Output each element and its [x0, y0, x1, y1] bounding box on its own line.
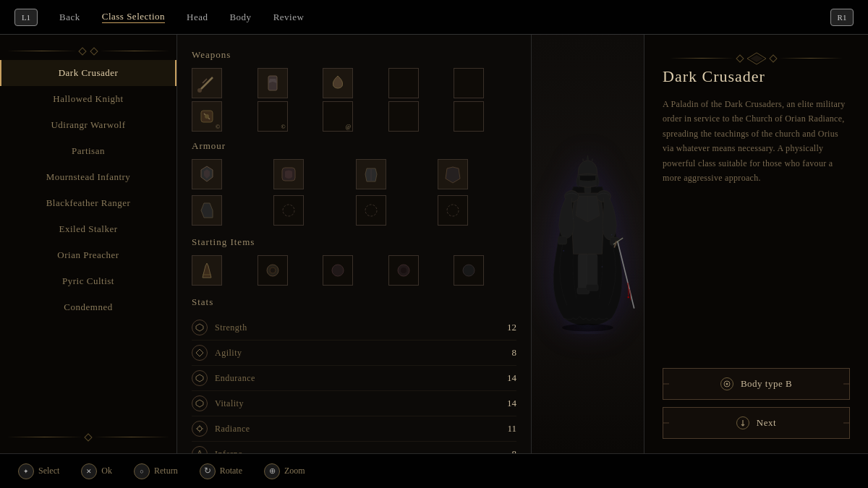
bottom-select: ✦ Select — [18, 463, 59, 479]
armour-slot-8[interactable] — [438, 195, 468, 226]
class-item-exiled-stalker[interactable]: Exiled Stalker — [0, 216, 176, 242]
zoom-icon: ⊕ — [264, 463, 280, 479]
starting-item-5[interactable] — [454, 255, 484, 286]
class-item-hallowed-knight[interactable]: Hallowed Knight — [0, 86, 176, 112]
svg-marker-21 — [196, 400, 203, 407]
action-buttons: Body type B Next — [663, 354, 850, 439]
svg-rect-35 — [558, 236, 566, 244]
strength-value: 12 — [502, 322, 516, 333]
endurance-icon — [192, 370, 208, 386]
class-item-mournstead-infantry[interactable]: Mournstead Infantry — [0, 164, 176, 190]
bottom-bar: ✦ Select ✕ Ok ○ Return ↻ Rotate ⊕ Zoom — [0, 453, 868, 488]
stat-row-inferno: Inferno 8 — [192, 442, 516, 453]
starting-items-grid — [192, 255, 516, 286]
weapon-slot-3[interactable] — [323, 68, 353, 98]
weapon-slot-8[interactable]: @ — [323, 101, 353, 132]
weapon-slot-4[interactable] — [388, 68, 419, 98]
info-panel: Dark Crusader A Paladin of the Dark Crus… — [644, 35, 868, 453]
class-item-partisan[interactable]: Partisan — [0, 138, 176, 164]
armour-slot-2[interactable] — [273, 159, 304, 189]
svg-point-6 — [205, 114, 209, 119]
stats-title: Stats — [192, 296, 516, 308]
svg-line-1 — [203, 79, 207, 83]
details-panel: Weapons — [177, 35, 532, 453]
weapon-slot-9[interactable] — [388, 101, 419, 132]
nav-head[interactable]: Head — [187, 12, 208, 23]
svg-point-22 — [197, 427, 202, 431]
weapons-row-2: © © @ — [192, 101, 516, 132]
inferno-icon — [192, 446, 208, 453]
armour-slot-7[interactable] — [356, 195, 386, 226]
agility-label: Agility — [215, 348, 502, 359]
stat-row-strength: Strength 12 — [192, 315, 516, 341]
armour-slot-4[interactable] — [438, 159, 468, 189]
class-item-dark-crusader[interactable]: Dark Crusader — [0, 60, 176, 86]
nav-review[interactable]: Review — [273, 12, 305, 23]
svg-point-14 — [270, 267, 276, 273]
class-description-text: A Paladin of the Dark Crusaders, an elit… — [663, 97, 850, 354]
class-item-pyric-cultist[interactable]: Pyric Cultist — [0, 268, 176, 294]
return-label: Return — [154, 466, 178, 476]
starting-item-4[interactable] — [388, 255, 419, 286]
bottom-rotate: ↻ Rotate — [200, 463, 242, 479]
bottom-ok: ✕ Ok — [81, 463, 112, 479]
svg-point-41 — [627, 296, 629, 298]
nav-back[interactable]: Back — [59, 12, 80, 23]
armour-slot-3[interactable] — [356, 159, 386, 189]
main-container: Dark Crusader Hallowed Knight Udirangr W… — [0, 35, 868, 453]
svg-rect-3 — [268, 76, 277, 90]
stat-row-agility: Agility 8 — [192, 341, 516, 366]
class-item-orian-preacher[interactable]: Orian Preacher — [0, 242, 176, 268]
rotate-icon: ↻ — [200, 463, 216, 479]
weapon-slot-7[interactable]: © — [258, 101, 288, 132]
armour-slot-6[interactable] — [273, 195, 304, 226]
weapon-slot-10[interactable] — [454, 101, 484, 132]
zoom-label: Zoom — [284, 466, 305, 476]
strength-label: Strength — [215, 322, 502, 333]
starting-item-2[interactable] — [258, 255, 288, 286]
armour-row-2 — [192, 195, 516, 226]
character-viewport — [532, 35, 644, 453]
starting-items-title: Starting Items — [192, 236, 516, 248]
weapon-slot-2[interactable] — [258, 68, 288, 98]
character-display — [532, 35, 644, 453]
armour-row-1 — [192, 159, 516, 189]
weapon-slot-6[interactable]: © — [192, 101, 222, 132]
next-button[interactable]: Next — [663, 407, 850, 439]
weapons-row-1 — [192, 68, 516, 98]
svg-point-11 — [447, 205, 459, 216]
starting-item-3[interactable] — [323, 255, 353, 286]
stat-row-radiance: Radiance 11 — [192, 416, 516, 442]
svg-point-46 — [573, 218, 574, 219]
bottom-return: ○ Return — [134, 463, 178, 479]
starting-item-1[interactable] — [192, 255, 222, 286]
class-item-udirangr-warwolf[interactable]: Udirangr Warwolf — [0, 112, 176, 138]
l1-button[interactable]: L1 — [14, 9, 38, 26]
weapon-slot-1[interactable] — [192, 68, 222, 98]
class-item-condemned[interactable]: Condemned — [0, 294, 176, 320]
svg-marker-19 — [196, 324, 203, 331]
nav-body[interactable]: Body — [229, 12, 251, 23]
r1-button[interactable]: R1 — [830, 9, 854, 26]
radiance-label: Radiance — [215, 424, 502, 435]
stats-section: Stats Strength 12 Agility 8 — [192, 296, 516, 453]
weapon-slot-5[interactable] — [454, 68, 484, 98]
body-type-button[interactable]: Body type B — [663, 368, 850, 400]
strength-icon — [192, 320, 208, 335]
armour-slot-5[interactable] — [192, 195, 222, 226]
svg-point-43 — [562, 323, 613, 331]
agility-value: 8 — [502, 347, 516, 359]
weapons-section: Weapons — [192, 49, 516, 132]
endurance-value: 14 — [502, 372, 516, 384]
armour-slot-1[interactable] — [192, 159, 222, 189]
next-icon — [736, 416, 749, 429]
weapons-title: Weapons — [192, 49, 516, 61]
class-item-blackfeather-ranger[interactable]: Blackfeather Ranger — [0, 190, 176, 216]
inferno-value: 8 — [502, 448, 516, 453]
svg-rect-30 — [587, 254, 597, 289]
vitality-label: Vitality — [215, 398, 502, 409]
stat-row-endurance: Endurance 14 — [192, 366, 516, 391]
starting-items-section: Starting Items — [192, 236, 516, 286]
nav-class-selection[interactable]: Class Selection — [102, 11, 165, 23]
top-nav: L1 Back Class Selection Head Body Review… — [0, 0, 868, 35]
